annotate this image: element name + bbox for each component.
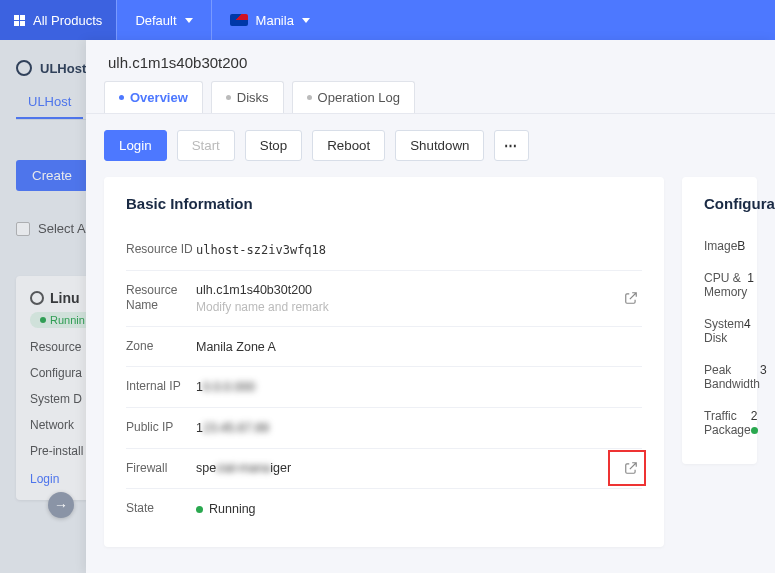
panel-tabs: Overview Disks Operation Log (86, 81, 775, 113)
more-button[interactable]: ⋯ (494, 130, 529, 161)
region-dropdown[interactable]: Manila (212, 0, 328, 40)
reboot-button[interactable]: Reboot (312, 130, 385, 161)
basic-info-card: Basic Information Resource ID ulhost-sz2… (104, 177, 664, 547)
panel-title: ulh.c1m1s40b30t200 (86, 40, 775, 81)
row-zone: Zone Manila Zone A (126, 327, 642, 368)
dot-icon (119, 95, 124, 100)
chevron-down-icon (302, 18, 310, 23)
edit-icon[interactable] (624, 291, 638, 305)
all-products-menu[interactable]: All Products (0, 0, 116, 40)
tab-operation-log[interactable]: Operation Log (292, 81, 415, 113)
cfg-row-bw: Peak Bandwidth3 (704, 354, 735, 400)
resource-name-value: ulh.c1m1s40b30t200 (196, 283, 642, 297)
region-label: Manila (256, 13, 294, 28)
stop-button[interactable]: Stop (245, 130, 302, 161)
shutdown-button[interactable]: Shutdown (395, 130, 484, 161)
configuration-card: Configura ImageB CPU & Memory1 System Di… (682, 177, 757, 464)
row-firewall: Firewall special-manaiger (126, 449, 642, 490)
chevron-down-icon (185, 18, 193, 23)
row-internal-ip: Internal IP 10.0.0.000 (126, 367, 642, 408)
dot-icon (307, 95, 312, 100)
redacted-ip: 0.0.0.000 (203, 380, 255, 394)
redacted-firewall: cial-mana (216, 461, 270, 475)
action-row: Login Start Stop Reboot Shutdown ⋯ (104, 130, 757, 161)
collapse-arrow-button[interactable]: → (48, 492, 74, 518)
panel-body: Login Start Stop Reboot Shutdown ⋯ Basic… (86, 113, 775, 573)
top-navbar: All Products Default Manila (0, 0, 775, 40)
grid-icon (14, 15, 25, 26)
cfg-row-disk: System Disk4 (704, 308, 735, 354)
status-dot-icon (196, 506, 203, 513)
status-dot-icon (751, 427, 758, 434)
start-button: Start (177, 130, 235, 161)
row-state: State Running (126, 489, 642, 529)
row-resource-id: Resource ID ulhost-sz2iv3wfq18 (126, 230, 642, 271)
project-label: Default (135, 13, 176, 28)
cfg-row-image: ImageB (704, 230, 735, 262)
cfg-row-traffic: Traffic Package2 (704, 400, 735, 446)
login-button[interactable]: Login (104, 130, 167, 161)
all-products-label: All Products (33, 13, 102, 28)
project-dropdown[interactable]: Default (117, 0, 210, 40)
detail-panel: ulh.c1m1s40b30t200 Overview Disks Operat… (86, 40, 775, 573)
resource-name-placeholder: Modify name and remark (196, 300, 642, 314)
ph-flag-icon (230, 14, 248, 26)
tab-disks[interactable]: Disks (211, 81, 284, 113)
row-resource-name: Resource Name ulh.c1m1s40b30t200 Modify … (126, 271, 642, 327)
edit-icon[interactable] (624, 461, 638, 475)
config-heading: Configura (704, 195, 735, 212)
tab-overview[interactable]: Overview (104, 81, 203, 113)
redacted-ip: 23.45.67.89 (203, 421, 269, 435)
row-public-ip: Public IP 123.45.67.89 (126, 408, 642, 449)
dot-icon (226, 95, 231, 100)
basic-info-heading: Basic Information (126, 195, 642, 212)
cfg-row-cpu: CPU & Memory1 (704, 262, 735, 308)
